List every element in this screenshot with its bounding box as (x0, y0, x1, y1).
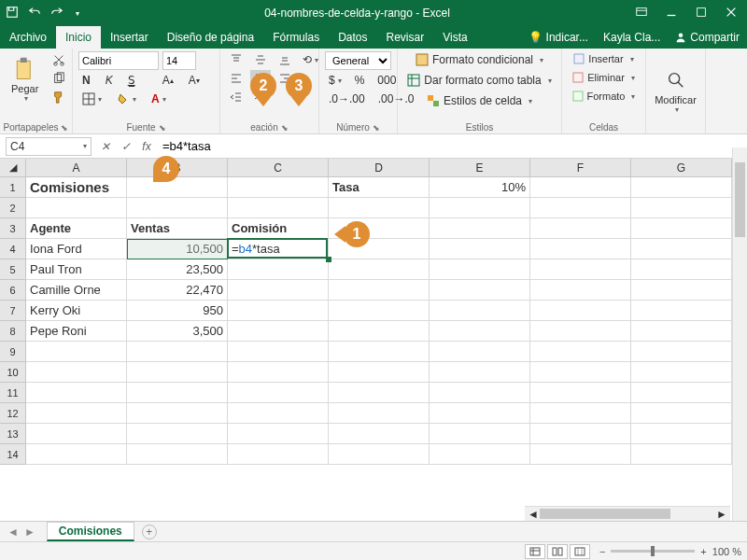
cell-D2[interactable] (329, 198, 430, 218)
cell-C2[interactable] (228, 198, 329, 218)
cell-B11[interactable] (127, 383, 228, 403)
select-all-corner[interactable]: ◢ (0, 159, 26, 176)
cell-G11[interactable] (631, 383, 732, 403)
cell-C10[interactable] (228, 362, 329, 383)
row-header-2[interactable]: 2 (0, 198, 26, 218)
cell-B3[interactable]: Ventas (127, 218, 228, 239)
cell-G6[interactable] (631, 280, 732, 301)
bold-button[interactable]: N (78, 72, 94, 89)
cell-B10[interactable] (127, 362, 228, 383)
cell-C14[interactable] (228, 444, 329, 465)
cell-A8[interactable]: Pepe Roni (26, 321, 127, 342)
cell-B9[interactable] (127, 342, 228, 362)
font-color-button[interactable]: A▾ (148, 91, 170, 107)
zoom-level[interactable]: 100 % (712, 546, 741, 557)
cell-F7[interactable] (530, 301, 631, 321)
cell-D6[interactable] (329, 280, 430, 301)
fill-handle[interactable] (326, 257, 331, 262)
underline-button[interactable]: S̲ (124, 72, 139, 89)
cell-F13[interactable] (530, 424, 631, 444)
cell-B5[interactable]: 23,500 (127, 259, 228, 280)
cell-D7[interactable] (329, 301, 430, 321)
cell-B8[interactable]: 3,500 (127, 321, 228, 342)
cell-E3[interactable] (430, 218, 530, 239)
cell-F6[interactable] (530, 280, 631, 301)
cell-G1[interactable] (631, 177, 732, 198)
align-left-icon[interactable] (226, 70, 247, 87)
cell-A7[interactable]: Kerry Oki (26, 301, 127, 321)
cell-G12[interactable] (631, 403, 732, 424)
column-header-G[interactable]: G (631, 159, 732, 176)
cell-C6[interactable] (228, 280, 329, 301)
cell-A5[interactable]: Paul Tron (26, 259, 127, 280)
align-top-icon[interactable] (226, 51, 247, 68)
shrink-font-button[interactable]: A▾ (185, 72, 204, 89)
row-header-6[interactable]: 6 (0, 280, 26, 301)
cell-F3[interactable] (530, 218, 631, 239)
column-header-C[interactable]: C (228, 159, 329, 176)
cell-A11[interactable] (26, 383, 127, 403)
cell-A14[interactable] (26, 444, 127, 465)
delete-cells-button[interactable]: Eliminar▾ (568, 70, 640, 85)
comma-button[interactable]: 000 (374, 72, 400, 89)
horizontal-scrollbar[interactable]: ◄► (525, 506, 730, 521)
cell-G3[interactable] (631, 218, 732, 239)
cell-A9[interactable] (26, 342, 127, 362)
copy-icon[interactable] (48, 70, 70, 87)
tab-vista[interactable]: Vista (433, 26, 476, 49)
cell-C1[interactable] (228, 177, 329, 198)
tab-archivo[interactable]: Archivo (0, 26, 56, 49)
close-icon[interactable] (725, 6, 738, 21)
sheet-nav-next-icon[interactable]: ► (24, 525, 35, 539)
ribbon-options-icon[interactable] (635, 6, 648, 21)
cell-A12[interactable] (26, 403, 127, 424)
cell-E8[interactable] (430, 321, 530, 342)
add-sheet-button[interactable]: + (142, 525, 157, 539)
share-button[interactable]: Compartir (668, 26, 747, 49)
view-page-break-icon[interactable] (570, 544, 590, 559)
cell-A10[interactable] (26, 362, 127, 383)
cell-G5[interactable] (631, 259, 732, 280)
row-header-8[interactable]: 8 (0, 321, 26, 342)
name-box[interactable]: C4▾ (6, 137, 92, 156)
maximize-icon[interactable] (695, 6, 708, 21)
cell-E11[interactable] (430, 383, 530, 403)
row-header-7[interactable]: 7 (0, 301, 26, 321)
fx-icon[interactable]: fx (136, 140, 157, 153)
row-header-9[interactable]: 9 (0, 342, 26, 362)
cell-E9[interactable] (430, 342, 530, 362)
tab-inicio[interactable]: Inicio (56, 26, 101, 49)
row-header-13[interactable]: 13 (0, 424, 26, 444)
cell-A6[interactable]: Camille Orne (26, 280, 127, 301)
sheet-nav-prev-icon[interactable]: ◄ (7, 525, 19, 539)
cell-D1[interactable]: Tasa (329, 177, 430, 198)
borders-button[interactable]: ▾ (78, 91, 106, 107)
font-name-select[interactable] (78, 51, 159, 70)
cell-B13[interactable] (127, 424, 228, 444)
alignment-launcher-icon[interactable]: ⬊ (281, 123, 289, 133)
font-size-select[interactable] (162, 51, 196, 70)
cell-styles-button[interactable]: Estilos de celda▾ (403, 92, 556, 109)
cell-D13[interactable] (329, 424, 430, 444)
cell-B12[interactable] (127, 403, 228, 424)
tab-revisar[interactable]: Revisar (377, 26, 434, 49)
paste-button[interactable]: Pegar ▾ (6, 51, 44, 120)
tab-diseno[interactable]: Diseño de página (158, 26, 263, 49)
column-header-F[interactable]: F (530, 159, 631, 176)
font-launcher-icon[interactable]: ⬊ (159, 123, 166, 133)
cell-E2[interactable] (430, 198, 530, 218)
row-header-1[interactable]: 1 (0, 177, 26, 198)
zoom-in-button[interactable]: + (700, 546, 706, 557)
cell-E14[interactable] (430, 444, 530, 465)
row-header-4[interactable]: 4 (0, 239, 26, 259)
cell-G7[interactable] (631, 301, 732, 321)
cell-A13[interactable] (26, 424, 127, 444)
grid-area[interactable]: 1234567891011121314 ComisionesTasa10%Age… (0, 177, 747, 526)
cell-F4[interactable] (530, 239, 631, 259)
number-launcher-icon[interactable]: ⬊ (373, 123, 380, 133)
tab-formulas[interactable]: Fórmulas (263, 26, 329, 49)
insert-cells-button[interactable]: Insertar▾ (568, 51, 640, 66)
cell-G2[interactable] (631, 198, 732, 218)
format-cells-button[interactable]: Formato▾ (568, 89, 640, 104)
tell-me[interactable]: 💡Indicar... (521, 26, 596, 49)
